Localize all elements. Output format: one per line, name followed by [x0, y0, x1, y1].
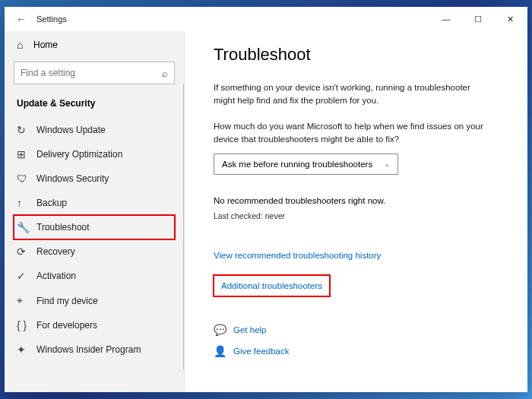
give-feedback-label: Give feedback [233, 347, 290, 356]
sidebar-home[interactable]: ⌂ Home [14, 34, 175, 62]
help-question: How much do you want Microsoft to help w… [214, 120, 487, 145]
get-help-label: Get help [233, 325, 266, 334]
last-checked-text: Last checked: never [214, 211, 492, 220]
sidebar-item-label: Windows Update [36, 125, 106, 135]
troubleshooter-preference-dropdown[interactable]: Ask me before running troubleshooters ⌄ [214, 154, 398, 175]
shield-icon: 🛡 [17, 173, 36, 185]
chevron-down-icon: ⌄ [384, 160, 390, 168]
settings-window: ← Settings — ☐ ✕ ⌂ Home ⌕ Update & Secur… [5, 7, 527, 392]
sidebar-item-windows-update[interactable]: ↻ Windows Update [14, 118, 175, 142]
insider-icon: ✦ [17, 344, 36, 356]
sidebar-item-backup[interactable]: ↑ Backup [14, 191, 175, 215]
additional-troubleshooters-highlight: Additional troubleshooters [214, 275, 330, 296]
maximize-button[interactable]: ☐ [462, 8, 494, 30]
sidebar-item-label: Find my device [36, 296, 98, 306]
search-input[interactable] [21, 68, 162, 78]
sidebar-item-for-developers[interactable]: { } For developers [14, 313, 175, 337]
footer-links: 💬 Get help 👤 Give feedback [214, 324, 492, 357]
content-area: ⌂ Home ⌕ Update & Security ↻ Windows Upd… [5, 31, 527, 392]
recovery-icon: ⟳ [17, 245, 36, 258]
get-help-link[interactable]: 💬 Get help [214, 324, 492, 336]
sidebar: ⌂ Home ⌕ Update & Security ↻ Windows Upd… [5, 31, 185, 392]
sidebar-item-label: Backup [36, 198, 67, 208]
location-icon: ⌖ [17, 294, 36, 307]
no-recommendations-text: No recommended troubleshooters right now… [214, 196, 492, 205]
sidebar-item-windows-security[interactable]: 🛡 Windows Security [14, 166, 175, 191]
sidebar-item-recovery[interactable]: ⟳ Recovery [14, 239, 175, 264]
titlebar: ← Settings — ☐ ✕ [5, 7, 527, 31]
search-box[interactable]: ⌕ [14, 62, 175, 84]
sidebar-item-label: Recovery [36, 246, 75, 257]
sidebar-home-label: Home [33, 40, 58, 50]
home-icon: ⌂ [17, 39, 33, 51]
sidebar-scrollbar[interactable] [183, 84, 184, 369]
feedback-icon: 👤 [214, 345, 233, 357]
page-description: If something on your device isn't workin… [214, 81, 487, 106]
view-history-link[interactable]: View recommended troubleshooting history [214, 251, 492, 260]
search-icon: ⌕ [162, 68, 168, 79]
sidebar-section-title: Update & Security [14, 98, 175, 118]
sidebar-item-find-my-device[interactable]: ⌖ Find my device [14, 288, 175, 313]
dev-icon: { } [17, 319, 36, 331]
activation-icon: ✓ [17, 270, 36, 282]
close-button[interactable]: ✕ [494, 8, 526, 30]
delivery-icon: ⊞ [17, 148, 36, 160]
sidebar-item-label: For developers [36, 320, 97, 331]
backup-icon: ↑ [17, 197, 36, 209]
page-heading: Troubleshoot [214, 45, 492, 65]
sync-icon: ↻ [17, 124, 36, 136]
sidebar-item-label: Delivery Optimization [36, 149, 122, 160]
sidebar-item-activation[interactable]: ✓ Activation [14, 264, 175, 288]
sidebar-item-label: Activation [36, 271, 76, 281]
sidebar-nav: ↻ Windows Update ⊞ Delivery Optimization… [14, 118, 175, 362]
sidebar-item-delivery-optimization[interactable]: ⊞ Delivery Optimization [14, 142, 175, 166]
sidebar-item-insider-program[interactable]: ✦ Windows Insider Program [14, 337, 175, 362]
back-button[interactable]: ← [6, 13, 36, 25]
sidebar-item-label: Windows Insider Program [36, 344, 141, 355]
minimize-button[interactable]: — [430, 8, 462, 30]
window-title: Settings [36, 14, 67, 24]
sidebar-item-label: Troubleshoot [36, 222, 90, 233]
dropdown-value: Ask me before running troubleshooters [222, 160, 372, 169]
give-feedback-link[interactable]: 👤 Give feedback [214, 345, 492, 357]
wrench-icon: 🔧 [17, 221, 36, 233]
sidebar-item-troubleshoot[interactable]: 🔧 Troubleshoot [14, 215, 175, 239]
help-icon: 💬 [214, 324, 233, 336]
sidebar-item-label: Windows Security [36, 173, 109, 184]
additional-troubleshooters-link[interactable]: Additional troubleshooters [221, 281, 322, 290]
main-panel: Troubleshoot If something on your device… [185, 31, 527, 392]
